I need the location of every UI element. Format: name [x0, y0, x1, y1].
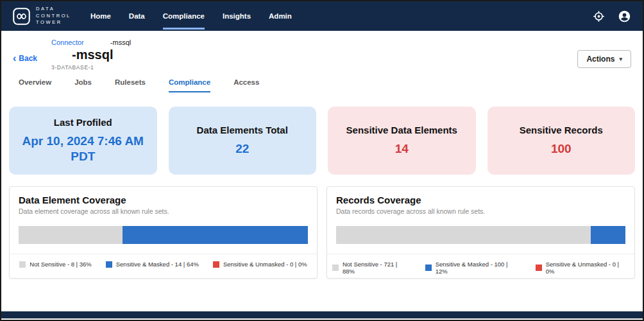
back-chevron-icon: ‹: [13, 55, 16, 62]
breadcrumb-connector-link[interactable]: Connector: [51, 39, 84, 46]
legend-item-sensitive-unmasked: Sensitive & Unmasked - 0 | 0%: [536, 261, 629, 275]
stat-card-title: Sensitive Records: [520, 125, 603, 135]
legend-swatch-blue: [106, 261, 112, 268]
bar-segment-not-sensitive: [336, 226, 591, 244]
stat-card-data-elements-total: Data Elements Total 22: [169, 107, 317, 175]
legend-swatch-blue: [425, 265, 432, 271]
stat-card-title: Sensitive Data Elements: [346, 125, 457, 135]
back-link[interactable]: ‹ Back: [13, 54, 37, 63]
legend-label: Sensitive & Masked - 100 | 12%: [436, 261, 521, 275]
stacked-coverage-bar: [19, 226, 308, 244]
infinity-logo-icon: [13, 8, 30, 25]
tab-overview[interactable]: Overview: [19, 78, 51, 92]
legend-swatch-red: [536, 265, 542, 271]
actions-button-label: Actions: [586, 55, 614, 64]
settings-target-icon[interactable]: [593, 10, 605, 22]
legend-item-not-sensitive: Not Sensitive - 721 | 88%: [332, 261, 411, 275]
nav-home[interactable]: Home: [90, 3, 111, 30]
stat-card-value: 100: [551, 141, 572, 157]
title-block: Connector -mssql -mssql 3-DATABASE-1: [51, 39, 131, 71]
tab-access[interactable]: Access: [233, 78, 259, 92]
legend-label: Sensitive & Masked - 14 | 64%: [116, 261, 199, 268]
legend-swatch-red: [213, 261, 219, 268]
legend-item-sensitive-masked: Sensitive & Masked - 14 | 64%: [106, 261, 199, 268]
stat-card-value: 22: [235, 141, 249, 157]
panel-title: Data Element Coverage: [19, 195, 308, 205]
nav-admin[interactable]: Admin: [269, 3, 292, 30]
coverage-panels-row: Data Element Coverage Data element cover…: [9, 186, 635, 279]
breadcrumb: Connector -mssql: [51, 39, 131, 46]
legend: Not Sensitive - 721 | 88% Sensitive & Ma…: [327, 254, 634, 275]
legend-label: Sensitive & Unmasked - 0 | 0%: [223, 261, 307, 268]
tab-rulesets[interactable]: Rulesets: [115, 78, 146, 92]
panel-title: Records Coverage: [336, 195, 625, 205]
panel-subtitle: Data element coverage across all known r…: [19, 207, 308, 215]
bar-segment-sensitive-masked: [591, 226, 625, 244]
app-window: DATA CONTROL TOWER Home Data Compliance …: [0, 0, 644, 321]
stat-cards-row: Last Profiled Apr 10, 2024 7:46 AM PDT D…: [9, 107, 635, 175]
tab-jobs[interactable]: Jobs: [74, 78, 92, 92]
stat-card-title: Data Elements Total: [197, 125, 288, 135]
nav-compliance[interactable]: Compliance: [163, 3, 205, 30]
legend-label: Not Sensitive - 721 | 88%: [343, 261, 411, 275]
panel-records-coverage: Records Coverage Data records coverage a…: [326, 186, 635, 279]
tab-compliance[interactable]: Compliance: [169, 78, 210, 92]
page-title: -mssql: [72, 48, 131, 62]
page-subtitle: 3-DATABASE-1: [51, 64, 131, 71]
legend-label: Not Sensitive - 8 | 36%: [30, 261, 91, 268]
legend-label: Sensitive & Unmasked - 0 | 0%: [546, 261, 629, 275]
app-logo[interactable]: DATA CONTROL TOWER: [13, 6, 71, 27]
top-icons: [593, 10, 631, 23]
panel-subtitle: Data records coverage across all known r…: [336, 207, 625, 215]
primary-nav: Home Data Compliance Insights Admin: [90, 3, 292, 30]
brand-wordmark: DATA CONTROL TOWER: [36, 6, 71, 27]
bar-segment-sensitive-masked: [123, 226, 308, 244]
legend-item-sensitive-masked: Sensitive & Masked - 100 | 12%: [425, 261, 521, 275]
legend-item-sensitive-unmasked: Sensitive & Unmasked - 0 | 0%: [213, 261, 307, 268]
account-icon[interactable]: [618, 10, 631, 23]
brand-line-2: CONTROL: [36, 13, 71, 20]
legend-item-not-sensitive: Not Sensitive - 8 | 36%: [19, 261, 91, 268]
legend-swatch-gray: [19, 261, 26, 268]
back-label: Back: [19, 54, 37, 63]
stat-card-value: Apr 10, 2024 7:46 AM PDT: [17, 134, 149, 164]
brand-line-1: DATA: [36, 6, 71, 13]
stat-card-sensitive-data-elements: Sensitive Data Elements 14: [328, 107, 476, 175]
stat-card-last-profiled: Last Profiled Apr 10, 2024 7:46 AM PDT: [9, 107, 157, 175]
stacked-coverage-bar: [336, 226, 625, 244]
stat-card-sensitive-records: Sensitive Records 100: [487, 107, 636, 175]
nav-insights[interactable]: Insights: [223, 3, 251, 30]
stat-card-value: 14: [395, 141, 409, 157]
brand-line-3: TOWER: [36, 19, 71, 26]
page-header: ‹ Back Connector -mssql -mssql 3-DATABAS…: [1, 31, 643, 71]
panel-data-element-coverage: Data Element Coverage Data element cover…: [9, 186, 318, 279]
legend-swatch-gray: [332, 265, 339, 271]
stat-card-title: Last Profiled: [54, 117, 112, 128]
bar-segment-not-sensitive: [19, 226, 123, 244]
breadcrumb-name: -mssql: [110, 39, 131, 46]
detail-tabs: Overview Jobs Rulesets Compliance Access: [1, 71, 643, 92]
nav-data[interactable]: Data: [129, 3, 145, 30]
actions-button[interactable]: Actions ▾: [577, 50, 631, 68]
chevron-down-icon: ▾: [619, 56, 622, 62]
legend: Not Sensitive - 8 | 36% Sensitive & Mask…: [10, 254, 317, 268]
footer-bar: [1, 311, 643, 318]
top-nav-bar: DATA CONTROL TOWER Home Data Compliance …: [1, 1, 643, 31]
